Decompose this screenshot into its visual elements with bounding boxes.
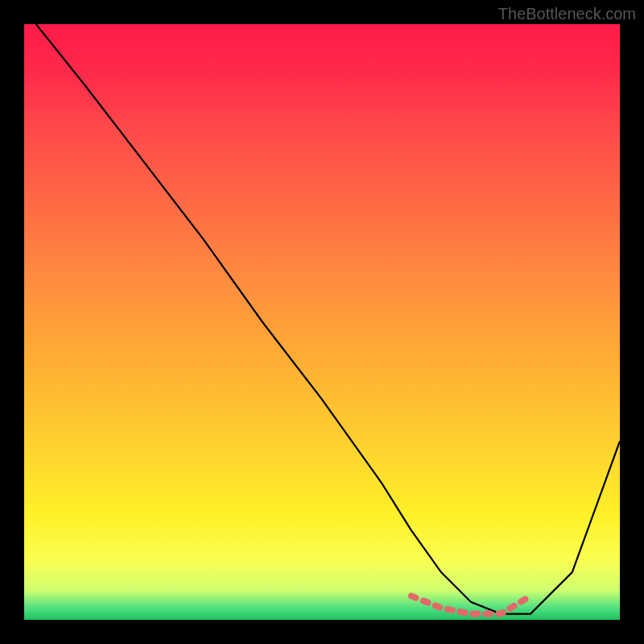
chart-container: TheBottleneck.com: [0, 0, 644, 644]
optimal-range-path: [411, 596, 530, 613]
bottleneck-curve-path: [36, 24, 620, 614]
watermark-text: TheBottleneck.com: [498, 5, 636, 23]
plot-area: [24, 24, 620, 620]
curve-layer: [24, 24, 620, 620]
